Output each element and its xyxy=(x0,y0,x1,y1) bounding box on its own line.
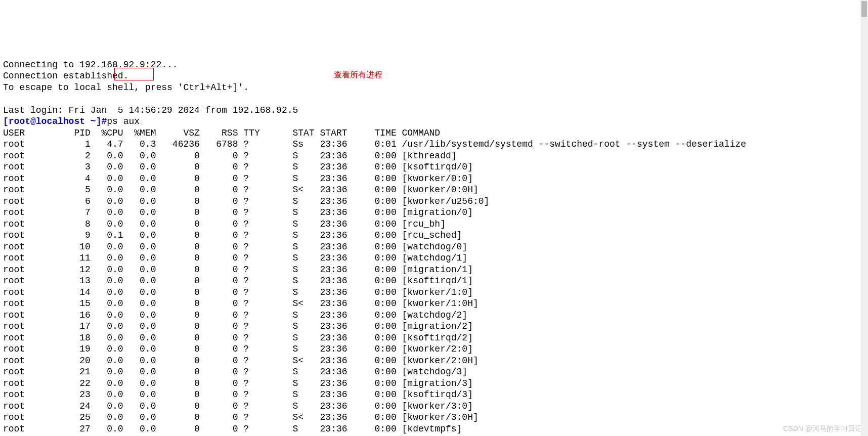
ps-table-rows: root 1 4.7 0.3 46236 6788 ? Ss 23:36 0:0… xyxy=(3,139,865,434)
shell-command[interactable]: ps aux xyxy=(107,116,140,126)
shell-prompt: [root@localhost ~]# xyxy=(3,116,107,126)
annotation-text: 查看所有进程 xyxy=(334,70,382,80)
scrollbar-thumb[interactable] xyxy=(861,1,867,17)
escape-hint: To escape to local shell, press 'Ctrl+Al… xyxy=(3,82,249,93)
last-login: Last login: Fri Jan 5 14:56:29 2024 from… xyxy=(3,105,298,115)
scrollbar[interactable] xyxy=(860,0,868,436)
terminal-output: Connecting to 192.168.92.9:22... Connect… xyxy=(3,48,865,434)
connect-line-1: Connecting to 192.168.92.9:22... xyxy=(3,60,178,70)
connect-line-2: Connection established. xyxy=(3,71,128,81)
watermark: CSDN @河马的学习日记 xyxy=(783,424,862,433)
ps-header-row: USER PID %CPU %MEM VSZ RSS TTY STAT STAR… xyxy=(3,128,440,138)
